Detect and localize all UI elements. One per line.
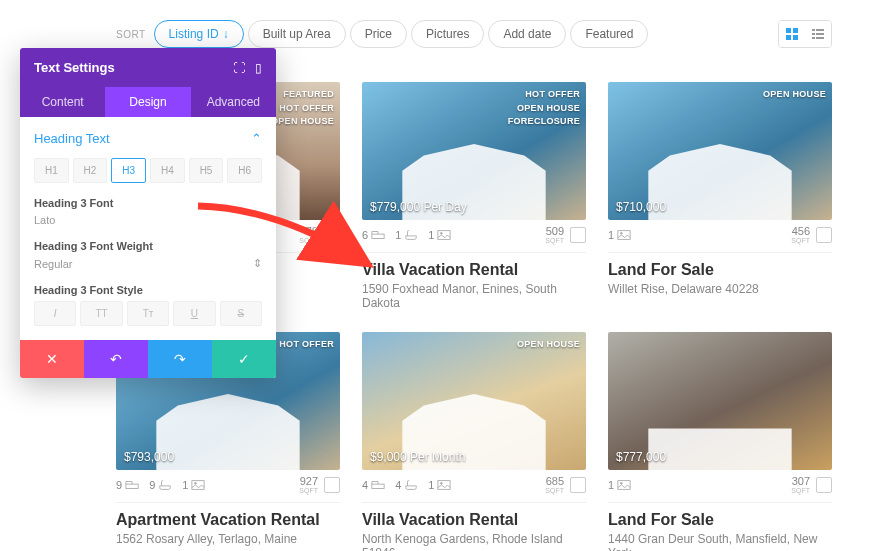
- svg-rect-1: [793, 28, 798, 33]
- floorplan-icon[interactable]: [324, 227, 340, 243]
- listing-badge: OPEN HOUSE: [508, 102, 580, 116]
- sqft-value: 509SQFT: [545, 226, 564, 244]
- svg-point-20: [441, 482, 443, 484]
- weight-select[interactable]: Regular⇕: [34, 257, 262, 270]
- photos-meta: 1: [428, 229, 451, 241]
- floorplan-icon[interactable]: [570, 227, 586, 243]
- listing-title[interactable]: Villa Vacation Rental: [362, 511, 586, 529]
- svg-point-22: [621, 482, 623, 484]
- svg-rect-2: [786, 35, 791, 40]
- panel-footer: ✕ ↶ ↷ ✓: [20, 340, 276, 378]
- columns-icon[interactable]: ▯: [255, 61, 262, 75]
- listing-card[interactable]: OPEN HOUSE $9,000 Per Month 4 4 1 685SQF…: [362, 332, 586, 551]
- listing-photo[interactable]: OPEN HOUSE $710,000: [608, 82, 832, 220]
- panel-title: Text Settings: [34, 60, 115, 75]
- listing-price: $9,000 Per Month: [370, 450, 465, 464]
- sort-label: SORT: [116, 29, 146, 40]
- sort-option-listing-id[interactable]: Listing ID↓: [154, 20, 244, 48]
- photos-meta: 1: [608, 479, 631, 491]
- svg-point-17: [195, 482, 197, 484]
- listing-badge: FORECLOSURE: [508, 115, 580, 129]
- svg-rect-7: [816, 33, 824, 35]
- sort-option-price[interactable]: Price: [350, 20, 407, 48]
- view-list-button[interactable]: [805, 21, 831, 47]
- listing-photo[interactable]: OPEN HOUSE $9,000 Per Month: [362, 332, 586, 470]
- sort-option-pictures[interactable]: Pictures: [411, 20, 484, 48]
- style-underline[interactable]: U: [173, 301, 215, 326]
- listing-title[interactable]: Villa Vacation Rental: [362, 261, 586, 279]
- sort-option-area[interactable]: Built up Area: [248, 20, 346, 48]
- cancel-button[interactable]: ✕: [20, 340, 84, 378]
- sqft-value: 927SQFT: [299, 476, 318, 494]
- font-style-row: I TT Tт U S: [34, 301, 262, 326]
- baths-meta: 9: [149, 479, 172, 491]
- listing-price: $710,000: [616, 200, 666, 214]
- font-select[interactable]: Lato: [34, 214, 262, 226]
- undo-button[interactable]: ↶: [84, 340, 148, 378]
- style-label: Heading 3 Font Style: [34, 284, 262, 296]
- listing-address: 1590 Foxhead Manor, Enines, South Dakota: [362, 282, 586, 310]
- expand-icon[interactable]: ⛶: [233, 61, 245, 75]
- heading-h6[interactable]: H6: [227, 158, 262, 183]
- listing-photo[interactable]: HOT OFFEROPEN HOUSEFORECLOSURE $779,000 …: [362, 82, 586, 220]
- svg-rect-3: [793, 35, 798, 40]
- style-uppercase[interactable]: TT: [80, 301, 122, 326]
- svg-rect-0: [786, 28, 791, 33]
- panel-tabs: Content Design Advanced: [20, 87, 276, 117]
- style-capitalize[interactable]: Tт: [127, 301, 169, 326]
- svg-point-12: [441, 232, 443, 234]
- heading-h2[interactable]: H2: [73, 158, 108, 183]
- font-label: Heading 3 Font: [34, 197, 262, 209]
- redo-button[interactable]: ↷: [148, 340, 212, 378]
- svg-point-14: [621, 232, 623, 234]
- sqft-value: 307SQFT: [791, 476, 810, 494]
- heading-h4[interactable]: H4: [150, 158, 185, 183]
- floorplan-icon[interactable]: [570, 477, 586, 493]
- svg-rect-19: [438, 481, 450, 490]
- tab-advanced[interactable]: Advanced: [191, 87, 276, 117]
- tab-design[interactable]: Design: [105, 87, 190, 117]
- style-italic[interactable]: I: [34, 301, 76, 326]
- listing-badge: FEATURED: [271, 88, 334, 102]
- listing-card[interactable]: HOT OFFEROPEN HOUSEFORECLOSURE $779,000 …: [362, 82, 586, 310]
- listing-title[interactable]: Apartment Vacation Rental: [116, 511, 340, 529]
- listing-price: $777,000: [616, 450, 666, 464]
- beds-meta: 4: [362, 479, 385, 491]
- photos-meta: 1: [182, 479, 205, 491]
- listing-badge: HOT OFFER: [271, 102, 334, 116]
- svg-rect-5: [816, 29, 824, 31]
- panel-header[interactable]: Text Settings ⛶ ▯: [20, 48, 276, 87]
- listing-meta: 1 307SQFT: [608, 470, 832, 503]
- listing-title[interactable]: Land For Sale: [608, 261, 832, 279]
- beds-meta: 9: [116, 479, 139, 491]
- text-settings-panel: Text Settings ⛶ ▯ Content Design Advance…: [20, 48, 276, 378]
- sort-option-add-date[interactable]: Add date: [488, 20, 566, 48]
- sort-option-featured[interactable]: Featured: [570, 20, 648, 48]
- svg-rect-6: [812, 33, 815, 35]
- sqft-value: 78SQFT: [299, 226, 318, 244]
- listing-card[interactable]: OPEN HOUSE $710,000 1 456SQFT Land For S…: [608, 82, 832, 310]
- listing-title[interactable]: Land For Sale: [608, 511, 832, 529]
- style-strike[interactable]: S: [220, 301, 262, 326]
- listing-price: $793,000: [124, 450, 174, 464]
- heading-level-row: H1 H2 H3 H4 H5 H6: [34, 158, 262, 183]
- listing-badge: OPEN HOUSE: [271, 115, 334, 129]
- confirm-button[interactable]: ✓: [212, 340, 276, 378]
- view-grid-button[interactable]: [779, 21, 805, 47]
- listing-card[interactable]: $777,000 1 307SQFT Land For Sale 1440 Gr…: [608, 332, 832, 551]
- listing-badge: HOT OFFER: [508, 88, 580, 102]
- svg-rect-4: [812, 29, 815, 31]
- listing-meta: 9 9 1 927SQFT: [116, 470, 340, 503]
- floorplan-icon[interactable]: [816, 227, 832, 243]
- tab-content[interactable]: Content: [20, 87, 105, 117]
- heading-h3[interactable]: H3: [111, 158, 146, 183]
- listing-photo[interactable]: $777,000: [608, 332, 832, 470]
- section-heading-text[interactable]: Heading Text ⌃: [34, 131, 262, 146]
- floorplan-icon[interactable]: [324, 477, 340, 493]
- sort-arrow-icon: ↓: [223, 27, 229, 41]
- beds-meta: 6: [362, 229, 385, 241]
- svg-rect-9: [816, 37, 824, 39]
- heading-h1[interactable]: H1: [34, 158, 69, 183]
- floorplan-icon[interactable]: [816, 477, 832, 493]
- heading-h5[interactable]: H5: [189, 158, 224, 183]
